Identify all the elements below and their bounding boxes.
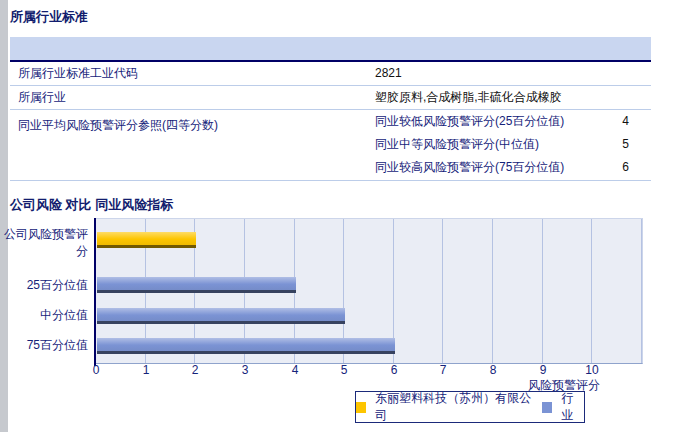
y-axis-label: 中分位值 <box>0 307 88 324</box>
row-label: 所属行业 <box>18 86 66 109</box>
company-legend-label: 东丽塑料科技（苏州）有限公司 <box>375 390 533 424</box>
row-value: 2821 <box>375 62 402 85</box>
x-tick: 10 <box>585 363 598 377</box>
subrow-low-risk: 同业较低风险预警评分(25百分位值) 4 <box>10 110 651 133</box>
industry-legend-swatch <box>542 402 552 413</box>
table-row-industry: 所属行业 塑胶原料,合成树脂,非硫化合成橡胶 <box>10 86 651 110</box>
subrow-label: 同业较高风险预警评分(75百分位值) <box>375 156 564 179</box>
x-tick: 1 <box>143 363 150 377</box>
x-tick: 0 <box>93 363 100 377</box>
report-page: 所属行业标准 所属行业标准工业代码 2821 所属行业 塑胶原料,合成树脂,非硫… <box>0 0 679 432</box>
subrow-value: 6 <box>622 156 629 179</box>
gridline <box>492 219 493 363</box>
subrow-medium-risk: 同业中等风险预警评分(中位值) 5 <box>10 133 651 156</box>
subrow-high-risk: 同业较高风险预警评分(75百分位值) 6 <box>10 156 651 179</box>
bar-25百分位值 <box>97 277 296 293</box>
y-axis-label: 25百分位值 <box>0 277 88 294</box>
y-axis-line <box>94 218 96 366</box>
gridline <box>542 219 543 363</box>
gridline <box>641 219 642 363</box>
x-tick: 4 <box>292 363 299 377</box>
company-legend-swatch <box>356 402 366 413</box>
x-tick: 3 <box>242 363 249 377</box>
x-tick: 9 <box>540 363 547 377</box>
plot-area <box>96 218 643 364</box>
row-label: 所属行业标准工业代码 <box>18 62 138 85</box>
table-row-peer-scores: 同业平均风险预警评分参照(四等分数) 同业较低风险预警评分(25百分位值) 4 … <box>10 110 651 181</box>
table-row-industry-code: 所属行业标准工业代码 2821 <box>10 62 651 86</box>
bar-75百分位值 <box>97 338 395 354</box>
row-value: 塑胶原料,合成树脂,非硫化合成橡胶 <box>375 86 562 109</box>
x-tick: 2 <box>192 363 199 377</box>
y-axis-label: 75百分位值 <box>0 337 88 354</box>
gridline <box>591 219 592 363</box>
industry-section-title: 所属行业标准 <box>10 8 88 26</box>
subrow-label: 同业较低风险预警评分(25百分位值) <box>375 110 564 133</box>
subrow-value: 4 <box>622 110 629 133</box>
x-tick: 8 <box>490 363 497 377</box>
subrow-label: 同业中等风险预警评分(中位值) <box>375 133 539 156</box>
table-header-row <box>10 37 651 62</box>
gridline <box>442 219 443 363</box>
x-tick: 7 <box>440 363 447 377</box>
y-axis-label: 公司风险预警评分 <box>0 226 88 260</box>
industry-table: 所属行业标准工业代码 2821 所属行业 塑胶原料,合成树脂,非硫化合成橡胶 同… <box>10 37 651 181</box>
chart-legend: 东丽塑料科技（苏州）有限公司 行业 <box>355 391 585 423</box>
x-tick: 6 <box>391 363 398 377</box>
industry-legend-label: 行业 <box>561 390 584 424</box>
chart-section-title: 公司风险 对比 同业风险指标 <box>10 196 173 214</box>
subrow-value: 5 <box>622 133 629 156</box>
bar-中分位值 <box>97 308 345 324</box>
bar-公司风险预警评分 <box>97 232 196 248</box>
page-left-edge <box>0 0 8 432</box>
x-tick: 5 <box>341 363 348 377</box>
